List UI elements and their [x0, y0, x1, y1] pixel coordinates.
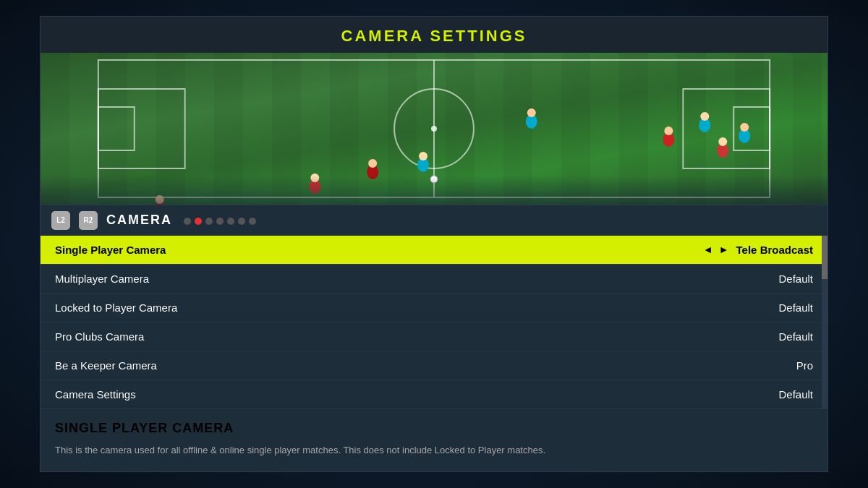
- row-label-3: Pro Clubs Camera: [55, 330, 778, 343]
- row-arrows-0: ◄►: [703, 244, 729, 255]
- svg-rect-4: [98, 89, 185, 168]
- row-label-4: Be a Keeper Camera: [55, 359, 796, 372]
- row-label-1: Multiplayer Camera: [55, 273, 778, 285]
- settings-row-2[interactable]: Locked to Player CameraDefault: [41, 294, 827, 322]
- camera-tab-bar: L2 R2 CAMERA: [41, 205, 827, 236]
- row-value-0: Tele Broadcast: [736, 244, 813, 256]
- left-arrow-icon[interactable]: ◄: [703, 244, 713, 255]
- tab-dot-4: [227, 218, 234, 225]
- row-label-0: Single Player Camera: [55, 244, 703, 256]
- settings-row-4[interactable]: Be a Keeper CameraPro: [41, 351, 827, 380]
- row-value-1: Default: [778, 273, 813, 285]
- title-bar: CAMERA SETTINGS: [41, 17, 827, 53]
- row-label-5: Camera Settings: [55, 388, 778, 401]
- right-arrow-icon[interactable]: ►: [719, 244, 729, 255]
- settings-scroll-container: Single Player Camera◄►Tele BroadcastMult…: [41, 236, 827, 409]
- svg-point-22: [700, 112, 709, 121]
- tab-dot-3: [216, 218, 224, 225]
- scrollbar-thumb[interactable]: [822, 236, 827, 279]
- page-title: CAMERA SETTINGS: [341, 27, 527, 45]
- description-text: This is the camera used for all offline …: [55, 443, 813, 458]
- settings-row-0[interactable]: Single Player Camera◄►Tele Broadcast: [41, 236, 827, 265]
- settings-row-5[interactable]: Camera SettingsDefault: [41, 380, 827, 409]
- svg-point-3: [431, 126, 437, 132]
- row-value-3: Default: [778, 330, 813, 343]
- settings-row-3[interactable]: Pro Clubs CameraDefault: [41, 322, 827, 351]
- tab-dot-1: [195, 218, 202, 225]
- svg-point-24: [718, 137, 727, 146]
- description-title: SINGLE PLAYER CAMERA: [55, 421, 813, 436]
- tab-dot-2: [205, 218, 213, 225]
- tab-dot-6: [249, 218, 256, 225]
- row-label-2: Locked to Player Camera: [55, 301, 778, 314]
- svg-rect-5: [98, 107, 135, 150]
- main-panel: CAMERA SETTINGS: [40, 16, 828, 473]
- row-value-4: Pro: [796, 359, 813, 372]
- row-value-5: Default: [778, 388, 813, 401]
- description-section: SINGLE PLAYER CAMERA This is the camera …: [41, 409, 827, 472]
- row-value-2: Default: [778, 301, 813, 314]
- pitch-fade: [41, 176, 827, 205]
- svg-rect-7: [733, 107, 770, 150]
- tab-dots: [184, 218, 256, 225]
- l2-button[interactable]: L2: [51, 211, 70, 230]
- tab-dot-0: [184, 218, 191, 225]
- r2-button[interactable]: R2: [79, 211, 98, 230]
- camera-tab-label: CAMERA: [106, 213, 172, 228]
- tab-dot-5: [238, 218, 245, 225]
- svg-point-18: [527, 108, 536, 117]
- scrollbar[interactable]: [822, 236, 827, 409]
- svg-point-20: [664, 127, 673, 135]
- settings-list: Single Player Camera◄►Tele BroadcastMult…: [41, 236, 827, 409]
- settings-row-1[interactable]: Multiplayer CameraDefault: [41, 265, 827, 294]
- svg-point-11: [368, 159, 377, 168]
- pitch-preview: [41, 53, 827, 205]
- svg-rect-6: [683, 89, 770, 168]
- svg-point-15: [419, 152, 427, 160]
- svg-point-26: [740, 123, 749, 132]
